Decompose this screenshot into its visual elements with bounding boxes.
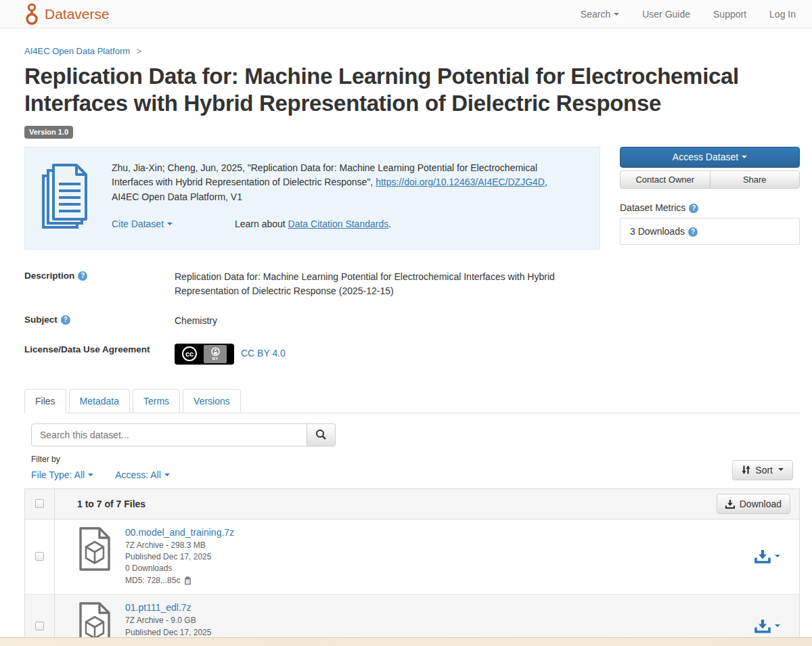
file-checkbox[interactable]: [35, 552, 44, 561]
sort-button[interactable]: Sort: [732, 460, 793, 480]
filter-by-label: Filter by: [31, 455, 170, 464]
caret-down-icon: [88, 474, 93, 476]
top-navbar: Dataverse Search User Guide Support Log …: [0, 0, 812, 28]
archive-file-icon: [77, 527, 112, 587]
file-checkbox[interactable]: [35, 622, 44, 630]
file-published: Published Dec 17, 2025: [125, 551, 234, 563]
search-icon: [315, 429, 327, 440]
dataset-tabs: Files Metadata Terms Versions: [24, 389, 800, 413]
dataset-search-button[interactable]: [307, 423, 336, 446]
stacked-documents-icon: [40, 161, 95, 235]
downloads-count: 3 Downloads: [630, 226, 685, 237]
doi-link[interactable]: https://doi.org/10.12463/AI4EC/DZJG4D: [376, 177, 545, 187]
dataverse-logo-icon: [24, 3, 40, 25]
file-name-link[interactable]: 00.model_and_training.7z: [125, 527, 234, 538]
file-md5: MD5: 728...85c: [125, 575, 180, 586]
subject-value: Chemistry: [175, 314, 621, 329]
owner-actions: Contact Owner Share: [620, 170, 800, 189]
subject-label: Subject: [24, 314, 175, 329]
help-icon[interactable]: [78, 271, 87, 281]
caret-down-icon: [167, 223, 173, 225]
file-type-size: 7Z Archive - 9.0 GB: [125, 615, 211, 626]
subject-row: Subject Chemistry: [24, 314, 800, 329]
page-title: Replication Data for: Machine Learning P…: [24, 63, 742, 118]
help-icon[interactable]: [689, 204, 698, 213]
download-button[interactable]: Download: [717, 494, 790, 514]
breadcrumb-root-link[interactable]: AI4EC Open Data Platform: [24, 46, 130, 56]
filter-file-type[interactable]: File Type: All: [31, 469, 93, 480]
caret-down-icon: [614, 13, 619, 16]
filter-access[interactable]: Access: All: [115, 469, 170, 480]
version-badge: Version 1.0: [24, 126, 73, 139]
cc-by-license-link[interactable]: CC BY 4.0: [241, 346, 286, 361]
dataset-metrics-label: Dataset Metrics: [620, 202, 800, 213]
tab-versions[interactable]: Versions: [183, 389, 241, 413]
help-icon[interactable]: [688, 227, 698, 237]
citation-standards-text: Learn about Data Citation Standards.: [235, 218, 391, 229]
file-download-button[interactable]: [754, 619, 780, 633]
caret-down-icon: [778, 468, 784, 471]
nav-user-guide[interactable]: User Guide: [642, 9, 690, 20]
help-icon[interactable]: [61, 315, 70, 325]
caret-down-icon: [164, 474, 170, 476]
caret-down-icon: [742, 156, 747, 158]
description-row: Description Replication Data for: Machin…: [24, 270, 800, 299]
license-row: License/Data Use Agreement cc BY CC BY 4…: [24, 344, 800, 365]
citation-block: Zhu, Jia-Xin; Cheng, Jun, 2025, "Replica…: [24, 147, 600, 250]
files-table: 1 to 7 of 7 Files Download: [24, 488, 800, 646]
nav-log-in[interactable]: Log In: [769, 9, 796, 20]
cc-by-badge-icon: cc BY: [175, 344, 234, 365]
description-value: Replication Data for: Machine Learning P…: [175, 270, 621, 299]
brand-label: Dataverse: [45, 6, 110, 22]
license-label: License/Data Use Agreement: [24, 344, 175, 365]
dataverse-brand[interactable]: Dataverse: [24, 3, 110, 25]
breadcrumb-separator: >: [137, 46, 142, 56]
tab-files[interactable]: Files: [24, 389, 66, 413]
description-label: Description: [24, 270, 175, 299]
contact-owner-button[interactable]: Contact Owner: [620, 170, 710, 189]
share-button[interactable]: Share: [710, 170, 800, 189]
nav-search[interactable]: Search: [581, 9, 619, 20]
file-downloads: 0 Downloads: [125, 563, 234, 574]
select-all-checkbox[interactable]: [35, 499, 44, 508]
copy-checksum-icon[interactable]: [184, 576, 191, 585]
background-window-strip: [0, 637, 812, 646]
navbar-links: Search User Guide Support Log In: [581, 9, 796, 20]
dataset-metrics-panel: 3 Downloads: [620, 218, 800, 245]
file-name-link[interactable]: 01.pt111_edl.7z: [125, 602, 191, 613]
data-citation-standards-link[interactable]: Data Citation Standards: [288, 218, 389, 229]
caret-down-icon: [775, 624, 780, 627]
breadcrumb: AI4EC Open Data Platform >: [24, 46, 800, 56]
citation-text: Zhu, Jia-Xin; Cheng, Jun, 2025, "Replica…: [112, 161, 558, 205]
file-row: 00.model_and_training.7z 7Z Archive - 29…: [25, 520, 799, 595]
caret-down-icon: [775, 555, 780, 557]
cite-dataset-button[interactable]: Cite Dataset: [112, 218, 175, 229]
file-count: 1 to 7 of 7 Files: [77, 499, 145, 509]
file-type-size: 7Z Archive - 298.3 MB: [125, 540, 234, 551]
dataset-search-input[interactable]: [31, 423, 307, 446]
sort-icon: [742, 465, 750, 475]
tab-terms[interactable]: Terms: [133, 389, 180, 413]
files-table-header: 1 to 7 of 7 Files Download: [25, 489, 799, 520]
access-dataset-button[interactable]: Access Dataset: [620, 147, 800, 168]
download-icon: [725, 499, 735, 509]
nav-support[interactable]: Support: [713, 9, 746, 20]
file-download-button[interactable]: [754, 549, 780, 563]
tab-metadata[interactable]: Metadata: [69, 389, 130, 413]
